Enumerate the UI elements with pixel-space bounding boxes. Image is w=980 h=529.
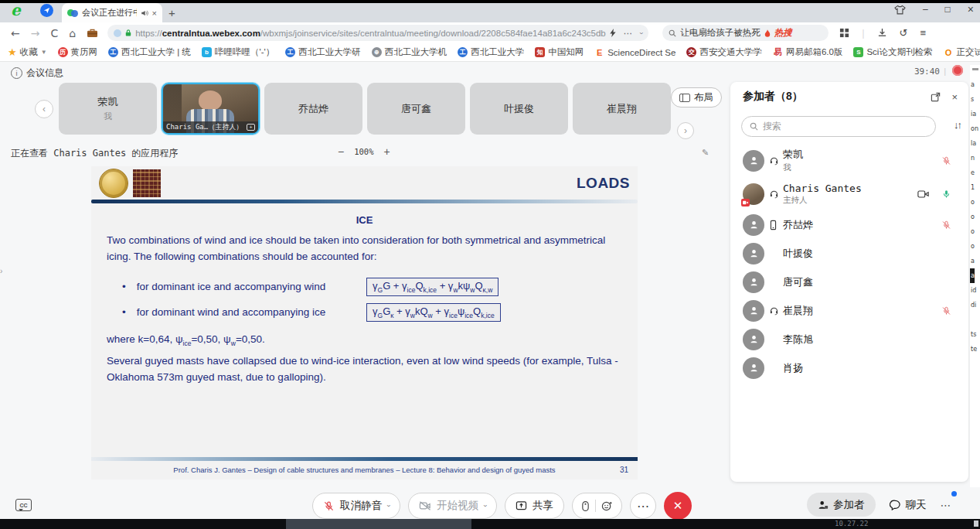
start-video-button[interactable]: 开始视频 › (408, 493, 497, 519)
url-dropdown-icon[interactable]: › (638, 32, 645, 34)
participant-row[interactable]: Charis Gantes主持人 (737, 177, 962, 210)
strip-scroll-right-button[interactable]: › (677, 122, 694, 139)
more-panels-button[interactable]: ⋯ (941, 499, 952, 511)
bookmark-item[interactable]: 知中国知网 (535, 46, 584, 58)
layout-button[interactable]: 布局 (671, 87, 722, 108)
person-icon (748, 305, 760, 316)
search-box[interactable]: 让电扇给孩子被热死 热搜 (662, 25, 829, 41)
left-edge-handle-icon[interactable]: › (0, 267, 2, 275)
theme-tshirt-icon[interactable] (894, 5, 906, 15)
video-tile[interactable]: 崔晨翔 (573, 83, 671, 135)
leave-meeting-button[interactable]: ✕ (664, 492, 692, 520)
bookmark-item[interactable]: ⊕西北工业大学机 (372, 46, 447, 58)
download-icon[interactable] (877, 28, 887, 38)
close-button[interactable]: × (968, 3, 974, 15)
video-tile[interactable]: 唐可鑫 (367, 83, 465, 135)
tab-close-icon[interactable]: × (152, 9, 157, 18)
favorites-button[interactable]: ★ 收藏 ▼ (8, 46, 47, 58)
undo-icon[interactable]: ↺ (900, 27, 908, 39)
toolbox-icon[interactable] (87, 28, 98, 38)
unmute-button[interactable]: 取消静音 › (312, 493, 400, 519)
bookmark-item[interactable]: 历黄历网 (58, 46, 98, 58)
bookmark-item[interactable]: 交西安交通大学学 (686, 46, 762, 58)
meeting-info-button[interactable]: i 会议信息 (11, 67, 63, 80)
mic-muted-icon (941, 305, 951, 316)
menu-icon[interactable]: ≡ (920, 27, 926, 39)
participant-row[interactable]: 乔喆烨 (737, 210, 962, 239)
apps-grid-icon[interactable] (839, 28, 849, 38)
zoom-level[interactable]: 100% (354, 147, 373, 156)
edge-text-fragment: o (970, 195, 975, 210)
slide-bullet-row: for dominant wind and accompanying ice γ… (122, 306, 624, 318)
participant-role: 我 (783, 162, 941, 173)
participant-row[interactable]: 唐可鑫 (737, 268, 962, 296)
participant-photo-avatar (743, 183, 764, 205)
recorder-icon[interactable] (581, 500, 590, 512)
participant-row[interactable]: 崔晨翔 (737, 296, 962, 325)
slide-footer-text: Prof. Charis J. Gantes – Design of cable… (91, 466, 638, 474)
bookmark-item[interactable]: b哔哩哔哩（'-'） (202, 46, 274, 58)
browser-tab[interactable]: 会议正在进行中… × (62, 3, 162, 22)
zoom-in-button[interactable]: + (383, 145, 390, 158)
video-tile[interactable]: 叶援俊 (470, 83, 568, 135)
lightning-icon[interactable] (610, 29, 616, 37)
headset-indicator (769, 155, 783, 166)
site-info-icon[interactable] (114, 29, 121, 37)
chat-toggle-button[interactable]: 聊天 (890, 498, 927, 512)
recording-indicator-icon[interactable] (952, 65, 963, 76)
video-tile[interactable]: Charis Ga…（主持人）+ (162, 83, 260, 135)
participant-row[interactable]: 荣凯我 (737, 144, 962, 177)
sort-participants-icon[interactable]: ↓↑ (954, 119, 961, 131)
camera-icon[interactable] (917, 189, 929, 199)
bookmark-item[interactable]: EScienceDirect Se (594, 47, 675, 57)
window-controls: – □ × (894, 3, 974, 15)
slide-footer-divider (91, 457, 638, 461)
bookmark-item[interactable]: O正交试验设计_36 (943, 46, 980, 58)
tile-participant-name: 唐可鑫 (401, 102, 431, 116)
zoom-out-button[interactable]: − (338, 145, 344, 158)
pin-video-icon[interactable]: + (247, 124, 255, 131)
forward-icon[interactable]: → (31, 27, 40, 39)
popout-icon[interactable] (931, 92, 941, 102)
meeting-controls: 取消静音 › 开始视频 › 共享 ⋯ ✕ (312, 492, 692, 520)
strip-scroll-left-button[interactable]: ‹ (35, 100, 53, 118)
back-icon[interactable]: ← (11, 27, 20, 39)
bookmark-item[interactable]: 工西北工业大学 (458, 46, 524, 58)
bookmark-label: 西北工业大学 (471, 46, 524, 58)
bookmark-item[interactable]: 工西北工业大学研 (285, 46, 361, 58)
quick-access-icon[interactable] (40, 4, 53, 17)
bookmark-item[interactable]: SSci论文期刊检索 (853, 46, 932, 58)
participants-toggle-button[interactable]: 参加者 (807, 493, 876, 517)
maximize-button[interactable]: □ (945, 4, 951, 15)
more-options-button[interactable]: ⋯ (630, 493, 656, 519)
participant-row[interactable]: 叶援俊 (737, 239, 962, 268)
bookmark-item[interactable]: 工西北工业大学 | 统 (108, 46, 191, 58)
participant-search-input[interactable]: 搜索 (741, 116, 936, 137)
edge-text-fragment: a (970, 77, 975, 92)
bookmark-item[interactable]: 易网易邮箱6.0版 (773, 46, 843, 58)
participant-avatar (743, 271, 764, 293)
refresh-icon[interactable]: C (50, 27, 58, 39)
unmute-options-icon[interactable]: › (385, 505, 393, 507)
home-icon[interactable]: ⌂ (69, 27, 76, 39)
video-tile[interactable]: 荣凯我 (59, 83, 157, 135)
url-more-icon[interactable]: ⋯ (624, 28, 633, 39)
new-tab-button[interactable]: + (168, 6, 175, 19)
reactions-smiley-icon[interactable] (601, 500, 613, 512)
url-field[interactable]: https://centralntua.webex.com/wbxmjs/joi… (107, 25, 648, 41)
edge-text-fragment: o (970, 210, 975, 224)
bookmark-label: Sci论文期刊检索 (866, 46, 932, 58)
share-button[interactable]: 共享 (505, 493, 564, 519)
minimize-button[interactable]: – (923, 4, 928, 15)
participant-avatar (743, 150, 764, 172)
closed-captions-icon[interactable]: CC (15, 499, 32, 511)
participant-row[interactable]: 肖扬 (737, 353, 962, 382)
panel-close-icon[interactable]: × (951, 91, 958, 103)
participant-avatar (743, 214, 764, 236)
video-options-icon[interactable]: › (481, 505, 489, 507)
meeting-timer: 39:40 (914, 67, 940, 77)
tab-audio-icon[interactable] (141, 9, 148, 17)
video-tile[interactable]: 乔喆烨 (264, 83, 362, 135)
participant-row[interactable]: 李陈旭 (737, 325, 962, 353)
annotate-pen-icon[interactable]: ✎ (702, 148, 709, 158)
